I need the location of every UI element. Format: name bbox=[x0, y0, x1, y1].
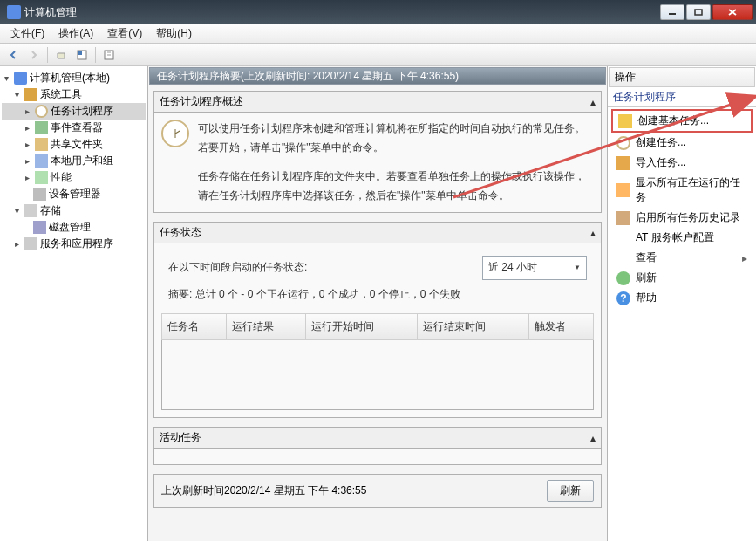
tree-services-apps[interactable]: ▸ 服务和应用程序 bbox=[2, 236, 146, 252]
collapse-icon[interactable]: ▴ bbox=[746, 92, 751, 104]
tree-root[interactable]: ▾ 计算机管理(本地) bbox=[2, 70, 146, 86]
tree-pane[interactable]: ▾ 计算机管理(本地) ▾ 系统工具 ▸ 任务计划程序 ▸ 事件查看器 ▸ 共享… bbox=[0, 66, 148, 541]
action-label: 创建基本任务... bbox=[637, 113, 709, 128]
tree-label: 服务和应用程序 bbox=[40, 236, 113, 251]
toolbar-separator bbox=[95, 47, 96, 63]
action-label: 创建任务... bbox=[636, 135, 686, 150]
tree-performance[interactable]: ▸ 性能 bbox=[2, 169, 146, 186]
col-end[interactable]: 运行结束时间 bbox=[418, 313, 529, 340]
svg-rect-5 bbox=[78, 51, 82, 55]
svg-rect-1 bbox=[695, 10, 702, 15]
status-header: 任务状态 bbox=[160, 225, 201, 240]
tree-label: 本地用户和组 bbox=[51, 154, 113, 168]
center-pane: 任务计划程序摘要(上次刷新时间: 2020/2/14 星期五 下午 4:36:5… bbox=[148, 66, 608, 541]
menubar: 文件(F) 操作(A) 查看(V) 帮助(H) bbox=[0, 24, 756, 44]
tree-local-users[interactable]: ▸ 本地用户和组 bbox=[2, 153, 146, 169]
disk-icon bbox=[33, 221, 46, 234]
refresh-button[interactable]: 刷新 bbox=[547, 480, 594, 502]
performance-icon bbox=[35, 171, 48, 184]
tree-storage[interactable]: ▾ 存储 bbox=[2, 202, 146, 219]
action-label: 帮助 bbox=[636, 291, 657, 305]
maximize-button[interactable] bbox=[686, 4, 711, 20]
col-result[interactable]: 运行结果 bbox=[226, 313, 306, 340]
menu-help[interactable]: 帮助(H) bbox=[149, 24, 199, 43]
overview-text-2: 任务存储在任务计划程序库的文件夹中。若要查看单独任务上的操作或执行该操作，请在任… bbox=[198, 168, 594, 205]
expand-icon[interactable]: ▸ bbox=[23, 106, 32, 116]
clock-icon bbox=[616, 136, 630, 150]
action-at-service[interactable]: AT 服务帐户配置 bbox=[611, 228, 753, 248]
tree-label: 系统工具 bbox=[40, 87, 82, 102]
event-icon bbox=[35, 121, 48, 134]
toolbar-back-icon[interactable] bbox=[3, 46, 23, 64]
center-content[interactable]: 任务计划程序概述 ▴ 可以使用任务计划程序来创建和管理计算机将在所指定的时间自动… bbox=[148, 86, 607, 541]
menu-action[interactable]: 操作(A) bbox=[51, 24, 100, 43]
collapse-icon[interactable]: ▾ bbox=[2, 73, 11, 83]
history-icon bbox=[616, 211, 630, 225]
center-title-text: 任务计划程序摘要(上次刷新时间: 2020/2/14 星期五 下午 4:36:5… bbox=[157, 69, 459, 84]
account-icon bbox=[616, 231, 630, 245]
action-create-basic[interactable]: 创建基本任务... bbox=[611, 109, 753, 133]
action-refresh[interactable]: 刷新 bbox=[611, 268, 753, 288]
view-icon bbox=[616, 251, 630, 265]
footer: 上次刷新时间2020/2/14 星期五 下午 4:36:55 刷新 bbox=[153, 474, 602, 508]
tree-label: 计算机管理(本地) bbox=[30, 71, 110, 86]
action-label: 启用所有任务历史记录 bbox=[636, 210, 740, 225]
import-icon bbox=[616, 156, 630, 170]
expand-icon[interactable]: ▸ bbox=[23, 140, 32, 149]
users-icon bbox=[35, 154, 48, 168]
toolbar-separator bbox=[47, 47, 48, 63]
toolbar-up-icon[interactable] bbox=[51, 46, 71, 64]
collapse-icon[interactable]: ▴ bbox=[590, 96, 596, 108]
action-enable-history[interactable]: 启用所有任务历史记录 bbox=[611, 208, 753, 228]
tree-label: 共享文件夹 bbox=[51, 137, 103, 152]
tree-label: 磁盘管理 bbox=[49, 220, 91, 235]
action-view[interactable]: 查看 ▸ bbox=[611, 248, 753, 268]
services-icon bbox=[24, 237, 37, 250]
wrench-icon bbox=[24, 88, 37, 101]
action-label: 刷新 bbox=[636, 270, 657, 285]
toolbar-refresh-icon[interactable] bbox=[72, 46, 92, 64]
device-icon bbox=[33, 188, 46, 201]
action-show-running[interactable]: 显示所有正在运行的任务 bbox=[611, 173, 753, 208]
tree-label: 事件查看器 bbox=[51, 120, 103, 135]
minimize-button[interactable] bbox=[660, 4, 684, 20]
action-help[interactable]: ? 帮助 bbox=[611, 288, 753, 308]
tree-event-viewer[interactable]: ▸ 事件查看器 bbox=[2, 120, 146, 136]
expand-icon[interactable]: ▸ bbox=[12, 239, 22, 249]
collapse-icon[interactable]: ▴ bbox=[590, 432, 596, 444]
expand-icon[interactable]: ▸ bbox=[23, 173, 32, 182]
folder-icon bbox=[35, 138, 48, 151]
collapse-icon[interactable]: ▾ bbox=[12, 206, 22, 216]
collapse-icon[interactable]: ▾ bbox=[12, 90, 22, 99]
action-label: 查看 bbox=[636, 250, 657, 265]
active-card: 活动任务 ▴ bbox=[153, 427, 602, 465]
menu-file[interactable]: 文件(F) bbox=[3, 24, 51, 43]
col-name[interactable]: 任务名 bbox=[162, 313, 227, 340]
expand-icon[interactable]: ▸ bbox=[23, 156, 32, 166]
titlebar: 计算机管理 bbox=[0, 0, 756, 24]
toolbar-forward-icon[interactable] bbox=[24, 46, 44, 64]
collapse-icon[interactable]: ▴ bbox=[590, 227, 596, 239]
col-start[interactable]: 运行开始时间 bbox=[306, 313, 418, 340]
tree-disk-mgmt[interactable]: 磁盘管理 bbox=[2, 219, 146, 236]
actions-pane: 操作 任务计划程序 ▴ 创建基本任务... 创建任务... 导入任务... 显示… bbox=[608, 66, 756, 541]
tree-task-scheduler[interactable]: ▸ 任务计划程序 bbox=[2, 103, 146, 120]
tree-label: 存储 bbox=[40, 203, 61, 218]
center-title: 任务计划程序摘要(上次刷新时间: 2020/2/14 星期五 下午 4:36:5… bbox=[149, 67, 606, 85]
action-create-task[interactable]: 创建任务... bbox=[611, 133, 753, 153]
new-task-icon bbox=[618, 114, 632, 128]
time-range-select[interactable]: 近 24 小时 bbox=[482, 256, 587, 280]
menu-view[interactable]: 查看(V) bbox=[100, 24, 149, 43]
col-trigger[interactable]: 触发者 bbox=[529, 313, 594, 340]
help-icon: ? bbox=[616, 291, 630, 305]
tree-label: 性能 bbox=[51, 170, 72, 185]
overview-card: 任务计划程序概述 ▴ 可以使用任务计划程序来创建和管理计算机将在所指定的时间自动… bbox=[153, 91, 602, 213]
app-icon bbox=[7, 5, 21, 19]
close-button[interactable] bbox=[712, 4, 753, 20]
tree-system-tools[interactable]: ▾ 系统工具 bbox=[2, 86, 146, 103]
tree-shared-folders[interactable]: ▸ 共享文件夹 bbox=[2, 136, 146, 153]
action-import[interactable]: 导入任务... bbox=[611, 153, 753, 173]
toolbar-help-icon[interactable] bbox=[99, 46, 119, 64]
expand-icon[interactable]: ▸ bbox=[23, 123, 32, 133]
tree-device-manager[interactable]: 设备管理器 bbox=[2, 186, 146, 202]
